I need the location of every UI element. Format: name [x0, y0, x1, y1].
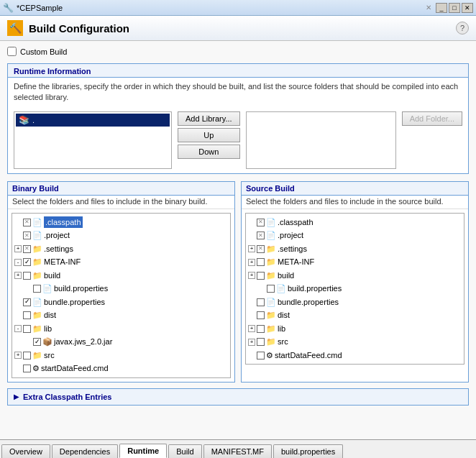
tree-item[interactable]: 📄build.properties	[14, 282, 228, 296]
tree-expander[interactable]: -	[14, 325, 22, 332]
tree-checkbox[interactable]	[257, 258, 265, 266]
tree-item[interactable]: ✕📄.project	[248, 229, 462, 242]
tree-checkbox[interactable]	[257, 311, 265, 319]
window-title: *CEPSample	[17, 4, 426, 12]
tree-item[interactable]: ✕📄.project	[14, 229, 228, 242]
library-item[interactable]: 📚 .	[16, 114, 170, 127]
tree-expander[interactable]: +	[14, 272, 22, 279]
tree-label: startDataFeed.cmd	[275, 349, 342, 362]
tree-item[interactable]: 📄build.properties	[248, 282, 462, 296]
tree-item[interactable]: ✓📦javax.jws_2.0.jar	[14, 335, 228, 349]
tree-item[interactable]: -✓📁META-INF	[14, 255, 228, 269]
tree-item[interactable]: ✕📄.classpath	[14, 216, 228, 229]
tab-manifest-mf[interactable]: MANIFEST.MF	[203, 444, 272, 458]
maximize-button[interactable]: □	[449, 3, 460, 13]
tree-item[interactable]: -📁lib	[14, 322, 228, 336]
tree-label: startDataFeed.cmd	[41, 362, 109, 375]
tab-runtime[interactable]: Runtime	[119, 444, 167, 458]
tree-expander[interactable]: +	[248, 259, 255, 266]
tree-checkbox[interactable]: ✓	[33, 338, 41, 346]
tree-item[interactable]: +📁META-INF	[248, 255, 462, 269]
add-folder-wrapper: Add Folder...	[402, 111, 462, 169]
tree-item[interactable]: ✓📄bundle.properties	[14, 296, 228, 309]
tree-expander[interactable]: +	[248, 325, 255, 332]
tree-checkbox[interactable]	[23, 272, 31, 280]
file-icon: 📁	[32, 323, 42, 335]
binary-build-section: Binary Build Select the folders and file…	[7, 181, 235, 383]
tree-checkbox[interactable]	[257, 298, 265, 306]
tree-checkbox[interactable]: ✕	[257, 232, 265, 239]
library-action-buttons: Add Library... Up Down	[178, 111, 240, 169]
tree-item[interactable]: +📁build	[248, 269, 462, 283]
file-icon: ⚙	[32, 362, 40, 375]
title-bar-buttons: _ □ ✕	[436, 3, 473, 13]
tree-item[interactable]: 📁dist	[248, 308, 462, 322]
binary-build-tree: ✕📄.classpath✕📄.project+✕📁.settings-✓📁MET…	[12, 213, 231, 378]
tree-item[interactable]: ✕📄.classpath	[248, 216, 462, 229]
tab-build[interactable]: Build	[168, 444, 201, 458]
help-button[interactable]: ?	[456, 22, 469, 35]
minimize-button[interactable]: _	[436, 3, 447, 13]
page-title: Build Configuration	[29, 22, 129, 35]
extra-classpath-section[interactable]: ▶ Extra Classpath Entries	[7, 388, 469, 406]
custom-build-checkbox[interactable]	[7, 47, 17, 56]
tree-checkbox[interactable]	[23, 325, 31, 333]
tree-expander[interactable]: +	[248, 339, 255, 346]
tree-item[interactable]: ⚙startDataFeed.cmd	[14, 362, 228, 375]
tree-item[interactable]: +📁src	[14, 349, 228, 362]
tree-expander[interactable]: +	[248, 245, 255, 252]
tree-checkbox[interactable]	[33, 285, 41, 293]
tree-expander	[14, 365, 22, 372]
tree-checkbox[interactable]: ✓	[23, 258, 31, 266]
tree-checkbox[interactable]: ✕	[257, 245, 265, 253]
file-icon: 📄	[266, 296, 276, 308]
tree-expander[interactable]: +	[248, 272, 255, 279]
tree-checkbox[interactable]	[257, 352, 265, 359]
tree-checkbox[interactable]	[257, 272, 265, 280]
file-icon: 📁	[266, 270, 276, 282]
tree-checkbox[interactable]	[257, 325, 265, 333]
tree-item[interactable]: 📁dist	[14, 308, 228, 322]
tree-checkbox[interactable]: ✕	[23, 219, 31, 226]
tree-checkbox[interactable]: ✕	[257, 219, 265, 226]
tree-checkbox[interactable]	[257, 338, 265, 346]
file-icon: ⚙	[266, 349, 273, 362]
tree-label: .project	[44, 229, 70, 242]
tab-build-properties[interactable]: build.properties	[273, 444, 343, 458]
tree-item[interactable]: +📁build	[14, 269, 228, 283]
tree-checkbox[interactable]: ✕	[23, 232, 31, 239]
tree-checkbox[interactable]	[267, 285, 275, 293]
tree-item[interactable]: ⚙startDataFeed.cmd	[248, 349, 462, 362]
extra-classpath-label: Extra Classpath Entries	[23, 393, 112, 401]
add-library-button[interactable]: Add Library...	[178, 111, 240, 126]
library-item-label: .	[32, 116, 35, 124]
tab-overview[interactable]: Overview	[1, 444, 50, 458]
tree-expander	[24, 339, 32, 346]
tree-expander[interactable]: +	[14, 245, 22, 252]
tree-item[interactable]: +📁src	[248, 335, 462, 349]
tree-checkbox[interactable]: ✕	[23, 245, 31, 253]
tree-item[interactable]: +✕📁.settings	[248, 242, 462, 256]
file-icon: 📁	[32, 256, 42, 268]
tree-label: src	[44, 349, 55, 362]
file-icon: 📁	[266, 323, 276, 335]
tree-expander[interactable]: -	[14, 259, 22, 266]
tree-checkbox[interactable]	[23, 365, 31, 372]
tree-expander	[248, 219, 255, 226]
close-button[interactable]: ✕	[462, 3, 473, 13]
file-icon: 📄	[266, 216, 276, 229]
tree-label: .project	[278, 229, 303, 242]
tree-label: dist	[278, 309, 290, 321]
tree-item[interactable]: 📄bundle.properties	[248, 296, 462, 309]
tree-expander[interactable]: +	[14, 352, 22, 359]
up-button[interactable]: Up	[178, 128, 240, 142]
tree-checkbox[interactable]: ✓	[23, 298, 31, 306]
tree-item[interactable]: +📁lib	[248, 322, 462, 336]
tree-checkbox[interactable]	[23, 311, 31, 319]
runtime-info-section: Runtime Information Define the libraries…	[7, 63, 469, 174]
tree-label: src	[278, 336, 288, 348]
tree-item[interactable]: +✕📁.settings	[14, 242, 228, 256]
tree-checkbox[interactable]	[23, 352, 31, 359]
down-button[interactable]: Down	[178, 145, 240, 159]
tab-dependencies[interactable]: Dependencies	[52, 444, 118, 458]
